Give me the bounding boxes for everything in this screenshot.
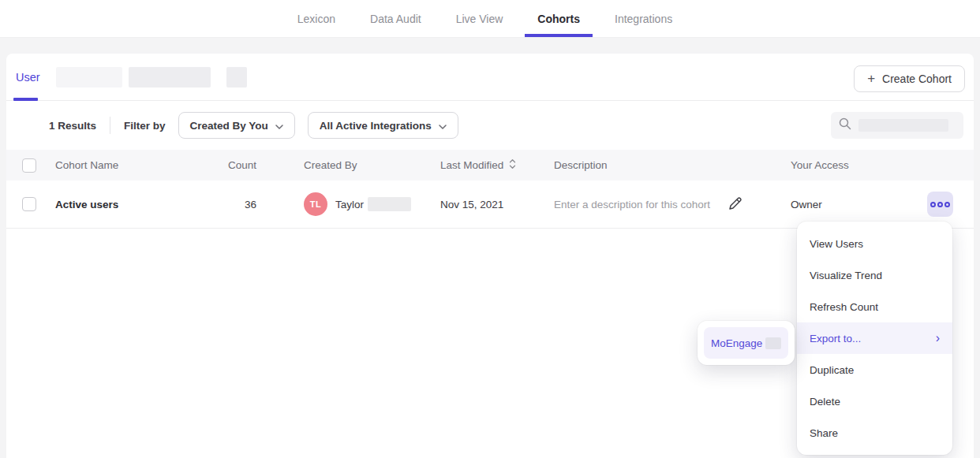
- avatar: TL: [304, 192, 327, 216]
- nav-item-live-view[interactable]: Live View: [439, 0, 521, 37]
- last-modified-date: Nov 15, 2021: [440, 199, 554, 210]
- menu-item-duplicate[interactable]: Duplicate: [797, 354, 952, 385]
- integrations-dropdown[interactable]: All Active Integrations: [308, 112, 458, 139]
- search-icon: [838, 117, 852, 134]
- nav-item-cohorts[interactable]: Cohorts: [520, 0, 597, 37]
- submenu-item-label: MoEngage: [711, 337, 762, 349]
- row-actions-button[interactable]: [927, 192, 953, 217]
- redacted-last-name: [368, 197, 411, 211]
- results-count: 1 Results: [49, 120, 96, 132]
- menu-item-visualize-trend[interactable]: Visualize Trend: [797, 259, 952, 291]
- redacted-search-text: [858, 119, 948, 132]
- menu-item-export-label: Export to...: [810, 333, 861, 344]
- row-checkbox[interactable]: [22, 197, 36, 211]
- chevron-right-icon: ›: [936, 332, 940, 344]
- nav-item-data-audit[interactable]: Data Audit: [353, 0, 439, 37]
- pencil-icon: [728, 195, 743, 214]
- menu-item-refresh-count[interactable]: Refresh Count: [797, 291, 952, 322]
- chevron-down-icon: [275, 120, 283, 132]
- created-by-dropdown-value: Created By You: [190, 120, 268, 132]
- redacted-tab: [56, 67, 122, 88]
- plus-icon: +: [867, 72, 875, 85]
- redacted-submenu-text: [765, 337, 781, 349]
- cohort-type-tabs: User + Create Cohort: [6, 54, 974, 101]
- dot-icon: [937, 202, 943, 207]
- export-submenu: MoEngage: [698, 321, 795, 365]
- filter-by-label: Filter by: [124, 120, 166, 132]
- description-field[interactable]: Enter a description for this cohort: [554, 199, 710, 210]
- header-count[interactable]: Count: [211, 159, 256, 171]
- create-cohort-label: Create Cohort: [882, 73, 952, 85]
- header-description[interactable]: Description: [554, 159, 791, 171]
- nav-item-label: Lexicon: [297, 13, 335, 25]
- redacted-tab: [226, 67, 247, 88]
- select-all-checkbox[interactable]: [22, 158, 36, 173]
- redacted-tab: [129, 67, 211, 88]
- nav-item-label: Integrations: [615, 13, 672, 25]
- divider: [110, 117, 110, 134]
- integrations-dropdown-value: All Active Integrations: [320, 120, 432, 132]
- nav-item-label: Live View: [456, 13, 503, 25]
- sort-icon[interactable]: [509, 158, 516, 172]
- header-created-by[interactable]: Created By: [256, 159, 440, 171]
- menu-item-export-to[interactable]: Export to... ›: [797, 322, 952, 354]
- table-header: Cohort Name Count Created By Last Modifi…: [6, 150, 974, 181]
- access-value: Owner: [791, 199, 877, 210]
- create-cohort-button[interactable]: + Create Cohort: [854, 65, 965, 92]
- cohort-name-link[interactable]: Active users: [55, 199, 118, 210]
- cohort-count: 36: [211, 199, 256, 210]
- search-input[interactable]: [831, 112, 963, 139]
- header-last-modified[interactable]: Last Modified: [440, 158, 554, 172]
- submenu-item-moengage[interactable]: MoEngage: [704, 327, 788, 359]
- menu-item-share[interactable]: Share: [797, 417, 952, 449]
- created-by-dropdown[interactable]: Created By You: [178, 112, 295, 139]
- header-last-modified-label: Last Modified: [440, 159, 503, 171]
- created-by-name: Taylor: [335, 199, 364, 210]
- dot-icon: [944, 202, 950, 207]
- nav-item-integrations[interactable]: Integrations: [597, 0, 690, 37]
- nav-item-lexicon[interactable]: Lexicon: [280, 0, 353, 37]
- nav-item-label: Data Audit: [370, 13, 421, 25]
- filter-toolbar: 1 Results Filter by Created By You All A…: [6, 101, 974, 150]
- header-cohort-name[interactable]: Cohort Name: [55, 159, 211, 171]
- dot-icon: [930, 202, 936, 207]
- tab-user-label: User: [16, 71, 40, 84]
- nav-item-label: Cohorts: [537, 13, 580, 25]
- row-context-menu: View Users Visualize Trend Refresh Count…: [797, 222, 952, 455]
- menu-item-delete[interactable]: Delete: [797, 385, 952, 417]
- edit-description-button[interactable]: [728, 195, 743, 214]
- chevron-down-icon: [439, 120, 447, 132]
- header-your-access[interactable]: Your Access: [791, 159, 877, 171]
- top-navigation: Lexicon Data Audit Live View Cohorts Int…: [0, 0, 980, 38]
- tab-user[interactable]: User: [14, 54, 42, 101]
- menu-item-view-users[interactable]: View Users: [797, 228, 952, 259]
